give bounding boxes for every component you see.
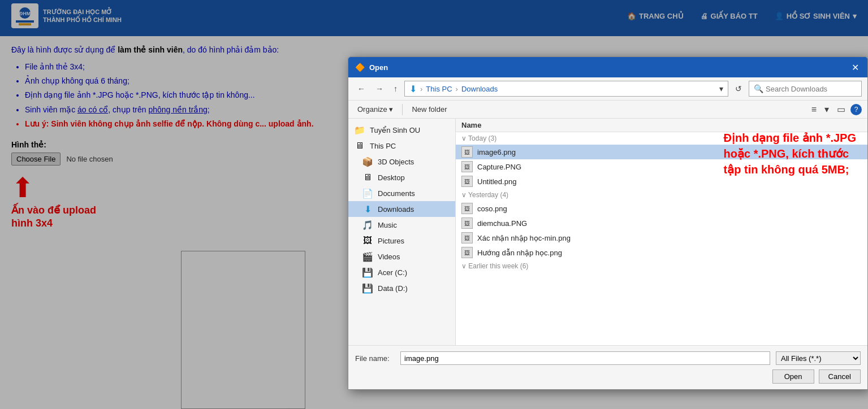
disk-d-icon: 💾 — [362, 283, 373, 293]
music-icon: 🎵 — [362, 220, 373, 230]
dialog-sidebar: 📁 Tuyển Sinh OU 🖥 This PC 📦 3D Objects 🖥… — [348, 119, 456, 345]
videos-icon: 🎬 — [362, 251, 373, 262]
dialog-title: Open — [369, 63, 849, 72]
search-input[interactable] — [766, 85, 857, 93]
documents-icon: 📄 — [362, 188, 373, 198]
file-item[interactable]: 🖼 Hướng dẫn nhập học.png — [456, 245, 867, 260]
dialog-close-button[interactable]: ✕ — [849, 62, 861, 73]
file-name: Capture.PNG — [477, 163, 521, 171]
file-icon: 🖼 — [461, 203, 473, 214]
file-icon: 🖼 — [461, 217, 473, 229]
sidebar-item-music[interactable]: 🎵 Music — [348, 217, 455, 233]
sidebar-item-data-d[interactable]: 💾 Data (D:) — [348, 280, 455, 296]
address-path: ⬇ › This PC › Downloads ▾ — [404, 81, 728, 97]
sidebar-label: This PC — [370, 142, 396, 150]
file-item[interactable]: 🖼 Xác nhận nhập học-min.png — [456, 230, 867, 245]
sidebar-label: Desktop — [378, 173, 405, 182]
file-item[interactable]: 🖼 Untitled.png — [456, 174, 867, 189]
dialog-bottom-bar: File name: All Files (*.*) Open Cancel — [348, 345, 867, 389]
new-folder-button[interactable]: New folder — [408, 103, 450, 115]
sidebar-item-3d-objects[interactable]: 📦 3D Objects — [348, 154, 455, 169]
sidebar-label: Acer (C:) — [378, 268, 407, 277]
file-open-dialog: 🔶 Open ✕ ← → ↑ ⬇ › This PC › Downloads ▾… — [348, 56, 868, 390]
file-icon: 🖼 — [461, 232, 473, 243]
dialog-action-row: Open Cancel — [355, 369, 861, 384]
sidebar-item-tuyen-sinh[interactable]: 📁 Tuyển Sinh OU — [348, 122, 455, 138]
file-icon: 🖼 — [461, 247, 473, 258]
sidebar-label: Pictures — [378, 237, 404, 245]
sidebar-label: Tuyển Sinh OU — [370, 126, 420, 134]
dialog-title-icon: 🔶 — [355, 63, 365, 72]
file-item[interactable]: 🖼 coso.png — [456, 201, 867, 216]
sidebar-label: Data (D:) — [378, 284, 408, 293]
view-pane-button[interactable]: ▭ — [834, 103, 848, 116]
nav-forward-button[interactable]: → — [372, 82, 387, 95]
file-type-select[interactable]: All Files (*.*) — [776, 351, 861, 365]
file-list-panel: Name ∨ Today (3) 🖼 image6.png 🖼 Capture.… — [456, 119, 867, 345]
file-item[interactable]: 🖼 diemchua.PNG — [456, 216, 867, 230]
file-name-input[interactable] — [400, 351, 770, 365]
sidebar-item-downloads[interactable]: ⬇ Downloads — [348, 201, 455, 217]
file-name: Untitled.png — [477, 177, 516, 186]
downloads-icon: ⬇ — [409, 84, 417, 94]
dialog-titlebar: 🔶 Open ✕ — [348, 57, 867, 77]
desktop-icon: 🖥 — [362, 172, 373, 182]
sidebar-label: 3D Objects — [378, 158, 414, 166]
search-icon: 🔍 — [754, 84, 763, 93]
file-icon: 🖼 — [461, 146, 473, 158]
nav-back-button[interactable]: ← — [354, 82, 369, 95]
search-box: 🔍 — [749, 81, 862, 97]
pc-icon: 🖥 — [354, 141, 365, 151]
dialog-addressbar: ← → ↑ ⬇ › This PC › Downloads ▾ ↺ 🔍 — [348, 77, 867, 101]
file-name: Xác nhận nhập học-min.png — [477, 234, 571, 242]
open-button[interactable]: Open — [772, 369, 814, 384]
file-name-row: File name: All Files (*.*) — [355, 351, 861, 365]
refresh-button[interactable]: ↺ — [732, 83, 745, 94]
sidebar-item-desktop[interactable]: 🖥 Desktop — [348, 169, 455, 185]
file-name: image6.png — [477, 148, 516, 156]
file-icon: 🖼 — [461, 176, 473, 187]
file-name: coso.png — [477, 204, 507, 213]
page-content: Đây là hình được sử dụng để làm thẻ sinh… — [0, 36, 868, 409]
cancel-button[interactable]: Cancel — [819, 369, 861, 384]
organize-button[interactable]: Organize ▾ — [354, 103, 396, 115]
sidebar-item-videos[interactable]: 🎬 Videos — [348, 249, 455, 264]
group-yesterday: ∨ Yesterday (4) — [456, 189, 867, 201]
view-dropdown-button[interactable]: ▾ — [822, 103, 832, 116]
toolbar-separator — [402, 104, 403, 115]
dialog-body: 📁 Tuyển Sinh OU 🖥 This PC 📦 3D Objects 🖥… — [348, 119, 867, 345]
sidebar-item-acer-c[interactable]: 💾 Acer (C:) — [348, 264, 455, 280]
folder-icon: 📁 — [354, 125, 365, 135]
sidebar-label: Documents — [378, 189, 415, 198]
file-icon: 🖼 — [461, 161, 473, 172]
name-column-header: Name — [461, 121, 481, 129]
address-dropdown-button[interactable]: ▾ — [719, 84, 723, 93]
sidebar-label: Downloads — [378, 205, 414, 214]
sidebar-label: Videos — [378, 253, 400, 261]
group-earlier: ∨ Earlier this week (6) — [456, 260, 867, 272]
sidebar-item-pictures[interactable]: 🖼 Pictures — [348, 233, 455, 249]
file-name: diemchua.PNG — [477, 219, 527, 228]
file-name: Hướng dẫn nhập học.png — [477, 249, 562, 257]
toolbar-view-controls: ≡ ▾ ▭ ? — [809, 103, 862, 116]
sidebar-label: Music — [378, 221, 397, 229]
pictures-icon: 🖼 — [362, 236, 373, 246]
help-button[interactable]: ? — [850, 104, 862, 115]
sidebar-item-this-pc[interactable]: 🖥 This PC — [348, 138, 455, 154]
file-dialog-overlay: 🔶 Open ✕ ← → ↑ ⬇ › This PC › Downloads ▾… — [0, 0, 868, 409]
path-this-pc[interactable]: This PC — [426, 85, 452, 93]
3d-icon: 📦 — [362, 156, 373, 167]
file-list-header: Name — [456, 119, 867, 132]
view-list-button[interactable]: ≡ — [809, 103, 819, 116]
file-item[interactable]: 🖼 image6.png — [456, 145, 867, 159]
group-today: ∨ Today (3) — [456, 132, 867, 145]
path-downloads[interactable]: Downloads — [461, 85, 498, 93]
file-item[interactable]: 🖼 Capture.PNG — [456, 159, 867, 174]
disk-c-icon: 💾 — [362, 267, 373, 277]
dialog-toolbar: Organize ▾ New folder ≡ ▾ ▭ ? — [348, 101, 867, 119]
file-name-label: File name: — [355, 354, 395, 363]
sidebar-item-documents[interactable]: 📄 Documents — [348, 185, 455, 201]
nav-up-button[interactable]: ↑ — [390, 82, 401, 95]
downloads-sidebar-icon: ⬇ — [362, 204, 373, 214]
